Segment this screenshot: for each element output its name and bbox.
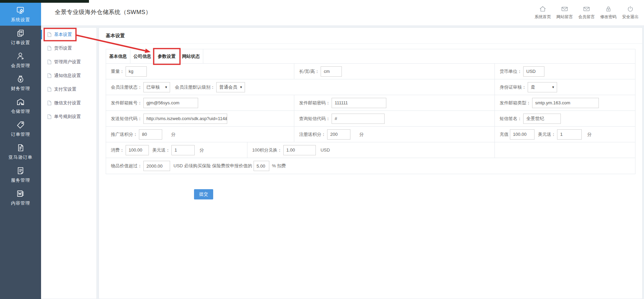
field-label: 推广送积分：: [111, 131, 138, 138]
sidebar-item-label: 订单管理: [11, 131, 30, 138]
doc-icon: [47, 46, 52, 51]
settings-submenu: 基本设置 货币设置 管理用户设置 通知信息设置 支付宝设置 微信支付设置 单号规…: [41, 27, 97, 299]
sidebar-item-8[interactable]: 服务管理: [0, 163, 41, 186]
form-input-r6c1[interactable]: 100.00: [126, 145, 149, 155]
main-sidebar: 系统设置 订单设置 会员管理 财务管理 仓储管理 订单管理 亚马逊订单 服务管理…: [0, 3, 41, 299]
form-row-2: 会员注册状态：已审核▼会员注册默认级别：普通会员▼身份证审核：是▼: [106, 79, 635, 95]
form-select-r2c1[interactable]: 已审核▼: [143, 82, 170, 92]
form-input-r7c1[interactable]: 2000.00: [143, 161, 170, 171]
mail-icon: [583, 5, 590, 13]
tag-icon: [16, 120, 25, 129]
submenu-item-7[interactable]: 单号规则设置: [41, 110, 96, 124]
sidebar-item-9[interactable]: 内容管理: [0, 186, 41, 209]
form-select-r2c1[interactable]: 普通会员▼: [216, 82, 245, 92]
sidebar-item-1[interactable]: 系统设置: [0, 3, 41, 26]
submenu-item-1[interactable]: 基本设置: [41, 28, 96, 41]
form-input-r5c3[interactable]: 1: [557, 129, 582, 140]
form-input-r5c2[interactable]: 200: [327, 129, 350, 140]
top-action-label: 网站留言: [556, 14, 573, 20]
form-cell: 注册送积分：200分: [294, 127, 495, 142]
form-input-r3c1[interactable]: gjm@56sys.com: [143, 98, 198, 108]
tab-3[interactable]: 参数设置: [155, 49, 179, 63]
form-input-r5c1[interactable]: 80: [139, 129, 162, 140]
field-label: 发件邮箱类型：: [500, 100, 531, 106]
submenu-item-3[interactable]: 管理用户设置: [41, 55, 96, 69]
form-cell: 身份证审核：是▼: [495, 79, 635, 95]
sidebar-item-4[interactable]: 财务管理: [0, 72, 41, 94]
submenu-item-2[interactable]: 货币设置: [41, 41, 96, 55]
select-value: 已审核: [146, 84, 160, 90]
form-input-r6c2[interactable]: 1.00: [283, 145, 316, 155]
content-icon: [16, 189, 25, 198]
sidebar-item-label: 财务管理: [11, 86, 30, 92]
form-input-r4c2[interactable]: #: [332, 114, 385, 124]
power-icon: [627, 5, 634, 13]
sidebar-item-3[interactable]: 会员管理: [0, 49, 41, 72]
form-input-r3c3[interactable]: smtp.ym.163.com: [532, 98, 599, 108]
chevron-down-icon: ▼: [240, 86, 243, 89]
form-select-r2c2[interactable]: 是▼: [528, 82, 557, 92]
browser-top-strip: [0, 0, 89, 3]
tab-2[interactable]: 公司信息: [130, 49, 155, 63]
form-input-r1c2[interactable]: cm: [321, 66, 342, 77]
form-input-r1c1[interactable]: kg: [126, 66, 147, 77]
sidebar-item-label: 服务管理: [11, 177, 30, 183]
field-unit: USD: [321, 147, 330, 153]
tab-4[interactable]: 网站状态: [179, 49, 203, 63]
warehouse-icon: [16, 98, 25, 106]
top-action-label: 修改密码: [600, 14, 617, 20]
field-label: 注册送积分：: [299, 131, 326, 138]
doc-icon: [47, 100, 52, 106]
sidebar-item-label: 系统设置: [11, 17, 30, 23]
chevron-down-icon: ▼: [552, 86, 555, 89]
doc-icon: [47, 87, 52, 92]
form-input-r1c3[interactable]: USD: [523, 66, 544, 77]
doc-icon: [47, 32, 52, 37]
main-panel: 基本设置 基本信息公司信息参数设置网站状态 重量：kg长/宽/高：cm货币单位：…: [99, 27, 643, 299]
form-input-r4c3[interactable]: 全景世纪: [523, 114, 561, 124]
form-cell: 发件邮箱账号：gjm@56sys.com: [106, 95, 294, 110]
sidebar-item-7[interactable]: 亚马逊订单: [0, 140, 41, 163]
form-cell: 重量：kg: [106, 64, 294, 79]
sidebar-item-label: 内容管理: [11, 200, 30, 206]
form-input-r5c3[interactable]: 100.00: [510, 129, 534, 140]
field-label: 会员注册默认级别：: [175, 84, 215, 90]
top-action-5[interactable]: 安全退出: [619, 5, 641, 20]
field-label: 发件邮箱密码：: [299, 100, 330, 106]
field-label: 短信签名：: [500, 116, 522, 122]
submenu-item-label: 基本设置: [54, 31, 72, 38]
top-action-3[interactable]: 会员留言: [576, 5, 597, 20]
sidebar-item-label: 仓储管理: [11, 108, 30, 115]
form-cell: 消费：100.00美元送：1分: [106, 142, 247, 158]
form-input-r7c1[interactable]: 5.00: [254, 161, 269, 171]
field-label: 重量：: [111, 68, 124, 75]
submenu-item-label: 微信支付设置: [54, 100, 81, 106]
form-input-r3c2[interactable]: 111111: [332, 98, 386, 108]
field-label: 身份证审核：: [500, 84, 526, 90]
form-input-r6c1[interactable]: 1: [171, 145, 195, 155]
form-cell: 推广送积分：80分: [106, 127, 294, 142]
form-row-4: 发送短信代码：http://sms.iszweb.com/sdk.asp?uid…: [106, 111, 635, 127]
panel-title: 基本设置: [99, 28, 642, 44]
submenu-item-6[interactable]: 微信支付设置: [41, 96, 96, 110]
system-settings-icon: [16, 6, 25, 15]
field-unit: 分: [359, 131, 364, 138]
top-action-label: 系统首页: [534, 14, 551, 20]
sidebar-item-2[interactable]: 订单设置: [0, 26, 41, 49]
top-action-4[interactable]: 修改密码: [597, 5, 619, 20]
top-action-2[interactable]: 网站留言: [554, 5, 576, 20]
form-input-r4c1[interactable]: http://sms.iszweb.com/sdk.asp?uid=114&u: [143, 114, 227, 124]
doc-icon: [47, 114, 52, 119]
submit-button[interactable]: 提交: [194, 189, 213, 199]
sidebar-item-6[interactable]: 订单管理: [0, 117, 41, 140]
field-label: 货币单位：: [500, 68, 522, 75]
submenu-item-4[interactable]: 通知信息设置: [41, 69, 96, 82]
order-settings-icon: [16, 29, 25, 38]
member-icon: [16, 52, 25, 61]
sidebar-item-5[interactable]: 仓储管理: [0, 94, 41, 117]
tab-1[interactable]: 基本信息: [106, 49, 130, 63]
submenu-item-5[interactable]: 支付宝设置: [41, 82, 96, 96]
top-actions: 系统首页 网站留言 会员留言 修改密码 安全退出: [532, 5, 641, 20]
top-action-1[interactable]: 系统首页: [532, 5, 554, 20]
tabs-strip: 基本信息公司信息参数设置网站状态: [106, 49, 635, 64]
